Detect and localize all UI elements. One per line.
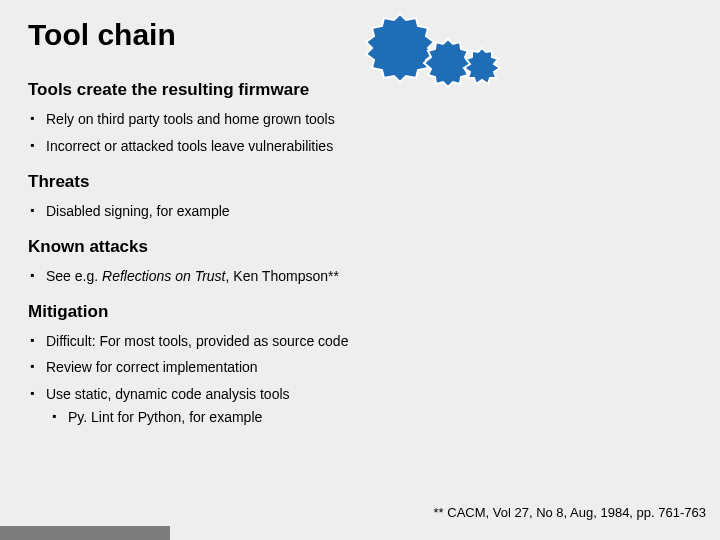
bullet-item: Use static, dynamic code analysis tools … [28, 381, 692, 433]
bullet-item: Rely on third party tools and home grown… [28, 106, 692, 133]
bullet-text: Use static, dynamic code analysis tools [46, 386, 290, 402]
footer-bar [0, 526, 170, 540]
footnote: ** CACM, Vol 27, No 8, Aug, 1984, pp. 76… [434, 505, 706, 520]
bullet-item: Disabled signing, for example [28, 198, 692, 225]
bullet-list: Disabled signing, for example [28, 198, 692, 225]
slide-title: Tool chain [28, 18, 692, 52]
section-heading: Known attacks [28, 237, 692, 257]
bullet-list: Difficult: For most tools, provided as s… [28, 328, 692, 434]
bullet-item: Review for correct implementation [28, 354, 692, 381]
bullet-text-italic: Reflections on Trust [102, 268, 225, 284]
sub-bullet-item: Py. Lint for Python, for example [46, 406, 692, 429]
sub-bullet-list: Py. Lint for Python, for example [46, 406, 692, 429]
section-heading: Mitigation [28, 302, 692, 322]
slide: Tool chain Tools create the resulting fi… [0, 0, 720, 540]
bullet-text-post: , Ken Thompson** [226, 268, 339, 284]
bullet-list: See e.g. Reflections on Trust, Ken Thomp… [28, 263, 692, 290]
bullet-item: Difficult: For most tools, provided as s… [28, 328, 692, 355]
bullet-text-pre: See e.g. [46, 268, 102, 284]
bullet-item: Incorrect or attacked tools leave vulner… [28, 133, 692, 160]
section-heading: Threats [28, 172, 692, 192]
bullet-list: Rely on third party tools and home grown… [28, 106, 692, 160]
bullet-item: See e.g. Reflections on Trust, Ken Thomp… [28, 263, 692, 290]
